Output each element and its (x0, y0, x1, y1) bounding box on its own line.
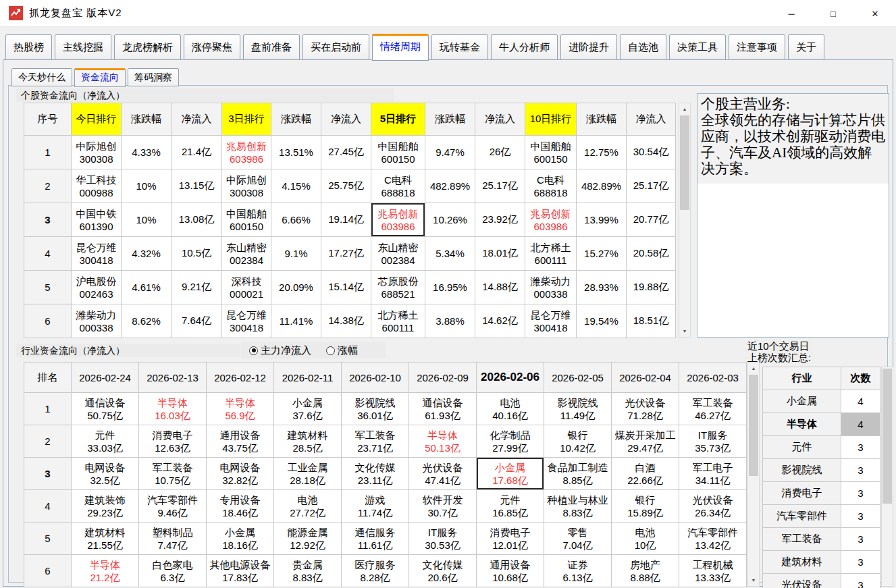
seq-cell[interactable]: 1 (24, 136, 72, 169)
industry-cell[interactable]: 电网设备32.82亿 (207, 458, 274, 490)
pct-cell[interactable]: 10% (122, 203, 172, 237)
stock-name-cell[interactable]: 中国船舶600150 (222, 203, 271, 237)
summary-count-cell[interactable]: 3 (841, 482, 880, 505)
flow-cell[interactable]: 13.08亿 (172, 203, 222, 237)
stock-name-cell[interactable]: 中国船舶600150 (371, 136, 425, 169)
flow-cell[interactable]: 15.14亿 (321, 271, 371, 304)
industry-cell[interactable]: 房地产8.88亿 (612, 555, 679, 587)
main-tab-11[interactable]: 自选池 (620, 34, 666, 60)
flow-cell[interactable]: 7.64亿 (172, 304, 222, 338)
stock-name-cell[interactable]: 中际旭创300308 (222, 169, 271, 203)
industry-cell[interactable]: 消费电子12.63亿 (139, 425, 207, 458)
industry-cell[interactable]: 元件16.85亿 (477, 490, 544, 523)
industry-cell[interactable]: 银行10.42亿 (544, 425, 612, 458)
industry-cell[interactable]: 食品加工制造8.85亿 (544, 458, 612, 490)
scroll-thumb[interactable] (749, 375, 758, 476)
industry-cell[interactable]: 工业金属28.18亿 (274, 458, 342, 490)
industry-cell[interactable]: 软件开发30.7亿 (409, 490, 477, 523)
stock-table-scrollbar[interactable]: ▲ ▼ (679, 103, 691, 338)
pct-cell[interactable]: 4.61% (122, 271, 172, 304)
industry-cell[interactable]: 建筑材料28.5亿 (274, 425, 342, 458)
rank-cell[interactable]: 5 (24, 523, 72, 555)
industry-cell[interactable]: 贵金属8.83亿 (274, 555, 342, 587)
flow-cell[interactable]: 20.77亿 (627, 203, 676, 237)
summary-count-cell[interactable]: 3 (841, 459, 880, 482)
pct-cell[interactable]: 10.26% (425, 203, 475, 237)
seq-cell[interactable]: 5 (24, 271, 72, 304)
pct-cell[interactable]: 4.33% (122, 136, 172, 169)
industry-table-scrollbar[interactable]: ▲ ▼ (747, 362, 760, 587)
industry-cell[interactable]: 白色家电6.3亿 (139, 555, 207, 587)
summary-industry-cell[interactable]: 建筑材料 (763, 551, 841, 574)
industry-cell[interactable]: 半导体21.2亿 (72, 555, 139, 587)
flow-cell[interactable]: 27.45亿 (321, 136, 371, 169)
stock-name-cell[interactable]: 沪电股份002463 (72, 271, 122, 304)
industry-cell[interactable]: 其他电源设备17.83亿 (207, 555, 274, 587)
main-tab-2[interactable]: 主线挖掘 (55, 34, 111, 60)
pct-cell[interactable]: 28.93% (577, 271, 627, 304)
industry-cell[interactable]: 光伏设备71.28亿 (612, 393, 679, 425)
flow-cell[interactable]: 14.62亿 (475, 304, 525, 338)
summary-industry-cell[interactable]: 小金属 (763, 390, 841, 413)
scroll-up-icon[interactable]: ▲ (679, 103, 690, 115)
industry-cell[interactable]: 建筑装饰29.23亿 (72, 490, 139, 523)
scroll-thumb[interactable] (882, 369, 892, 504)
seq-cell[interactable]: 4 (24, 237, 72, 271)
industry-cell[interactable]: 汽车零部件13.42亿 (679, 523, 747, 555)
industry-cell[interactable]: 电池40.16亿 (477, 393, 544, 425)
pct-cell[interactable]: 9.1% (271, 237, 321, 271)
flow-cell[interactable]: 25.75亿 (321, 169, 371, 203)
stock-name-cell[interactable]: 芯原股份688521 (371, 271, 425, 304)
industry-cell[interactable]: 煤炭开采加工29.47亿 (612, 425, 679, 458)
summary-industry-cell[interactable]: 半导体 (763, 413, 841, 436)
rank-cell[interactable]: 3 (24, 458, 72, 490)
main-tab-12[interactable]: 决策工具 (669, 34, 726, 60)
sub-tab-2[interactable]: 资金流向 (74, 68, 126, 87)
pct-cell[interactable]: 4.32% (122, 237, 172, 271)
flow-cell[interactable]: 20.58亿 (627, 237, 676, 271)
pct-cell[interactable]: 6.66% (271, 203, 321, 237)
flow-type-radio-1[interactable]: 主力净流入 (249, 344, 311, 357)
summary-count-cell[interactable]: 4 (841, 390, 880, 413)
minimize-button[interactable]: ─ (770, 0, 812, 27)
industry-cell[interactable]: 军工装备46.27亿 (679, 393, 747, 425)
industry-cell[interactable]: 文化传媒23.11亿 (342, 458, 409, 490)
main-tab-4[interactable]: 涨停聚焦 (184, 34, 240, 60)
stock-name-cell[interactable]: 深科技000021 (222, 271, 271, 304)
summary-count-cell[interactable]: 3 (841, 528, 880, 551)
flow-cell[interactable]: 21.4亿 (172, 136, 222, 169)
industry-cell[interactable]: 半导体50.13亿 (409, 425, 477, 458)
main-tab-8[interactable]: 玩转基金 (431, 34, 488, 60)
stock-name-cell[interactable]: 中际旭创300308 (72, 136, 122, 169)
scroll-down-icon[interactable]: ▼ (679, 325, 690, 337)
industry-cell[interactable]: 能源金属12.92亿 (274, 523, 342, 555)
industry-cell[interactable]: 文化传媒20.6亿 (409, 555, 477, 587)
industry-cell[interactable]: 游戏11.74亿 (342, 490, 409, 523)
industry-cell[interactable]: IT服务30.53亿 (409, 523, 477, 555)
sub-tab-3[interactable]: 筹码洞察 (128, 68, 179, 86)
summary-industry-cell[interactable]: 光伏设备 (763, 574, 841, 588)
summary-industry-cell[interactable]: 影视院线 (763, 459, 841, 482)
industry-cell[interactable]: IT服务35.73亿 (679, 425, 747, 458)
pct-cell[interactable]: 12.75% (577, 136, 627, 169)
flow-cell[interactable]: 19.14亿 (321, 203, 371, 237)
industry-cell[interactable]: 消费电子12.01亿 (477, 523, 544, 555)
summary-industry-cell[interactable]: 军工装备 (763, 528, 841, 551)
flow-cell[interactable]: 23.92亿 (475, 203, 525, 237)
industry-cell[interactable]: 专用设备18.46亿 (207, 490, 274, 523)
stock-name-cell[interactable]: 北方稀土600111 (371, 304, 425, 338)
industry-cell[interactable]: 影视院线36.01亿 (342, 393, 409, 425)
flow-cell[interactable]: 25.17亿 (627, 169, 676, 203)
summary-industry-cell[interactable]: 元件 (763, 436, 841, 459)
stock-name-cell[interactable]: 华工科技000988 (72, 169, 122, 203)
industry-cell[interactable]: 光伏设备47.41亿 (409, 458, 477, 490)
stock-name-cell[interactable]: 中国中铁601390 (72, 203, 122, 237)
stock-name-cell[interactable]: 潍柴动力000338 (525, 271, 577, 304)
main-tab-6[interactable]: 买在启动前 (302, 34, 369, 60)
pct-cell[interactable]: 10% (122, 169, 172, 203)
pct-cell[interactable]: 19.54% (577, 304, 627, 338)
stock-name-cell[interactable]: 昆仑万维300418 (525, 304, 577, 338)
industry-cell[interactable]: 银行15.89亿 (612, 490, 679, 523)
flow-cell[interactable]: 13.15亿 (172, 169, 222, 203)
industry-cell[interactable]: 小金属37.6亿 (274, 393, 342, 425)
